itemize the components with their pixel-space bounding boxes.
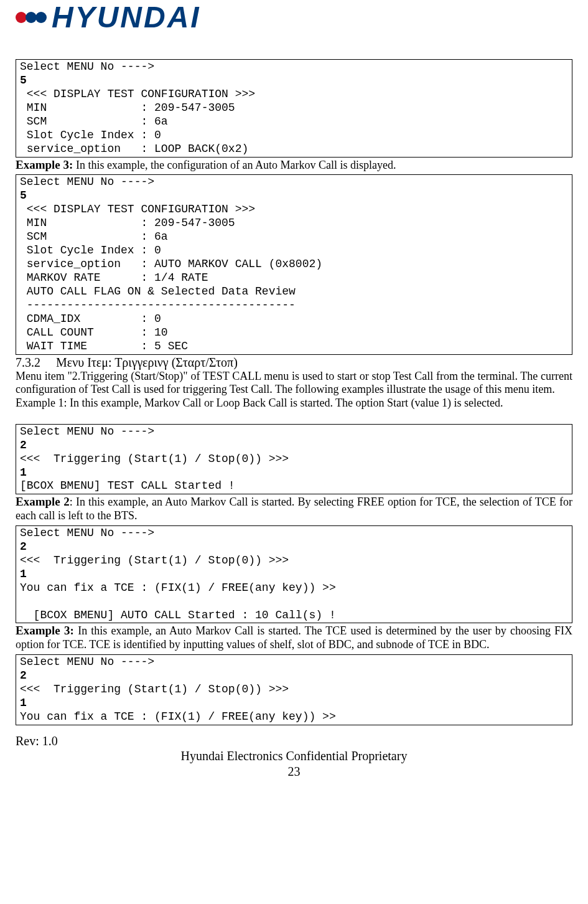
code-line: service_option : LOOP BACK(0x2): [20, 143, 248, 155]
example-3b-text: In this example, an Auto Markov Call is …: [16, 624, 572, 651]
section-title: Μενυ Ιτεμ: Τριγγερινγ (Σταρτ/Στοπ): [56, 355, 238, 369]
paragraph-1: Menu item "2.Triggering (Start/Stop)" of…: [16, 370, 572, 397]
code-line: CALL COUNT : 10: [20, 326, 168, 339]
code-line: SCM : 6a: [20, 115, 168, 128]
footer-page-number: 23: [16, 764, 572, 779]
code-line-bold: 1: [20, 466, 27, 479]
code-line: Select MENU No ---->: [20, 656, 154, 668]
code-block-2: Select MENU No ----> 5 <<< DISPLAY TEST …: [16, 174, 572, 354]
example-2-label: Example 2: [16, 495, 70, 508]
code-line-bold: 2: [20, 439, 27, 451]
code-block-5: Select MENU No ----> 2 <<< Triggering (S…: [16, 654, 572, 725]
header-logo: HYUNDAI: [16, 0, 572, 34]
code-line: WAIT TIME : 5 SEC: [20, 340, 188, 352]
code-line: service_option : AUTO MARKOV CALL (0x800…: [20, 258, 322, 270]
section-heading-732: 7.3.2 Μενυ Ιτεμ: Τριγγερινγ (Σταρτ/Στοπ): [16, 355, 572, 370]
example-3b-line: Example 3: In this example, an Auto Mark…: [16, 624, 572, 651]
code-line-bold: 2: [20, 669, 27, 682]
code-line: Select MENU No ---->: [20, 425, 154, 438]
logo-dots: [16, 12, 45, 23]
example-2-text: : In this example, an Auto Markov Call i…: [16, 496, 572, 522]
code-line-bold: 5: [20, 189, 27, 202]
code-line: Select MENU No ---->: [20, 60, 154, 73]
code-line: Slot Cycle Index : 0: [20, 129, 161, 141]
code-line: SCM : 6a: [20, 230, 168, 243]
code-line: Select MENU No ---->: [20, 176, 154, 188]
paragraph-1b: Example 1: In this example, Markov Call …: [16, 397, 572, 410]
code-line: [BCOX BMENU] TEST CALL Started !: [20, 479, 235, 492]
example-3b-label: Example 3:: [16, 624, 78, 637]
example-3a-line: Example 3: In this example, the configur…: [16, 158, 572, 172]
footer-rev: Rev: 1.0: [16, 734, 572, 748]
code-line: Slot Cycle Index : 0: [20, 244, 161, 257]
code-line: You can fix a TCE : (FIX(1) / FREE(any k…: [20, 581, 336, 594]
code-line: <<< Triggering (Start(1) / Stop(0)) >>>: [20, 453, 289, 465]
code-line: [BCOX BMENU] AUTO CALL Started : 10 Call…: [20, 609, 336, 621]
code-line: MARKOV RATE : 1/4 RATE: [20, 271, 208, 284]
code-line: <<< DISPLAY TEST CONFIGURATION >>>: [20, 88, 255, 100]
code-block-1: Select MENU No ----> 5 <<< DISPLAY TEST …: [16, 59, 572, 158]
code-line: <<< Triggering (Start(1) / Stop(0)) >>>: [20, 554, 289, 567]
code-line: <<< Triggering (Start(1) / Stop(0)) >>>: [20, 683, 289, 695]
code-line: <<< DISPLAY TEST CONFIGURATION >>>: [20, 203, 255, 215]
code-line-bold: 1: [20, 568, 27, 580]
code-line: You can fix a TCE : (FIX(1) / FREE(any k…: [20, 710, 336, 723]
code-block-3: Select MENU No ----> 2 <<< Triggering (S…: [16, 424, 572, 495]
code-line: Select MENU No ---->: [20, 527, 154, 539]
code-line: CDMA_IDX : 0: [20, 313, 161, 325]
logo-dot-blue-2: [35, 12, 47, 23]
code-line-bold: 1: [20, 697, 27, 709]
brand-name: HYUNDAI: [52, 0, 201, 34]
code-line: MIN : 209-547-3005: [20, 217, 235, 229]
example-2-line: Example 2: In this example, an Auto Mark…: [16, 495, 572, 522]
code-line: MIN : 209-547-3005: [20, 101, 235, 114]
code-line: AUTO CALL FLAG ON & Selected Data Review: [20, 285, 296, 298]
code-block-4: Select MENU No ----> 2 <<< Triggering (S…: [16, 525, 572, 624]
footer-confidential: Hyundai Electronics Confidential Proprie…: [16, 748, 572, 764]
code-line: ----------------------------------------: [20, 299, 296, 311]
example-3a-text: In this example, the configuration of an…: [76, 159, 396, 171]
code-line-bold: 5: [20, 74, 27, 87]
section-number: 7.3.2: [16, 355, 40, 369]
example-3a-label: Example 3:: [16, 158, 76, 171]
code-line-bold: 2: [20, 540, 27, 553]
